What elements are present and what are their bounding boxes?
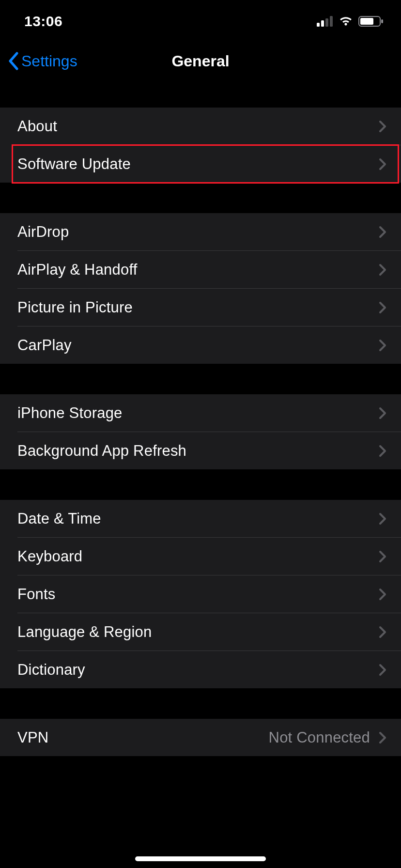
group-gap xyxy=(0,183,401,213)
status-bar: 13:06 xyxy=(0,0,401,43)
status-time: 13:06 xyxy=(24,13,62,30)
page-title: General xyxy=(171,52,229,70)
row-date-time[interactable]: Date & Time xyxy=(0,500,401,537)
settings-list[interactable]: AboutSoftware UpdateAirDropAirPlay & Han… xyxy=(0,79,401,868)
group-gap xyxy=(0,469,401,500)
row-label: Dictionary xyxy=(17,661,379,679)
chevron-right-icon xyxy=(379,301,386,314)
group-gap xyxy=(0,364,401,394)
row-software-update[interactable]: Software Update xyxy=(0,145,401,183)
row-label: iPhone Storage xyxy=(17,404,379,422)
chevron-right-icon xyxy=(379,445,386,457)
cellular-icon xyxy=(317,16,333,27)
chevron-right-icon xyxy=(379,158,386,170)
wifi-icon xyxy=(338,16,354,27)
row-language-region[interactable]: Language & Region xyxy=(0,613,401,651)
back-label: Settings xyxy=(21,52,77,70)
row-label: Keyboard xyxy=(17,548,379,565)
row-airdrop[interactable]: AirDrop xyxy=(0,213,401,250)
row-vpn[interactable]: VPNNot Connected xyxy=(0,719,401,756)
back-button[interactable]: Settings xyxy=(8,52,77,70)
row-keyboard[interactable]: Keyboard xyxy=(0,538,401,575)
nav-bar: Settings General xyxy=(0,43,401,79)
battery-icon xyxy=(358,16,384,27)
chevron-right-icon xyxy=(379,264,386,276)
row-label: Language & Region xyxy=(17,623,379,641)
svg-rect-6 xyxy=(381,19,383,23)
row-label: About xyxy=(17,118,379,135)
row-label: CarPlay xyxy=(17,337,379,354)
row-label: AirDrop xyxy=(17,223,379,241)
chevron-right-icon xyxy=(379,226,386,238)
row-label: Background App Refresh xyxy=(17,442,379,460)
svg-rect-2 xyxy=(325,18,328,27)
row-value: Not Connected xyxy=(269,729,370,746)
chevron-right-icon xyxy=(379,588,386,601)
settings-group: iPhone StorageBackground App Refresh xyxy=(0,394,401,469)
row-carplay[interactable]: CarPlay xyxy=(0,326,401,364)
row-about[interactable]: About xyxy=(0,108,401,145)
chevron-right-icon xyxy=(379,626,386,638)
row-dictionary[interactable]: Dictionary xyxy=(0,651,401,688)
svg-rect-3 xyxy=(330,16,333,27)
settings-group: AirDropAirPlay & HandoffPicture in Pictu… xyxy=(0,213,401,364)
svg-rect-0 xyxy=(317,23,320,27)
status-right xyxy=(317,16,384,27)
row-label: Fonts xyxy=(17,586,379,603)
settings-group: Date & TimeKeyboardFontsLanguage & Regio… xyxy=(0,500,401,688)
settings-group: AboutSoftware Update xyxy=(0,108,401,183)
chevron-right-icon xyxy=(379,731,386,744)
row-label: Picture in Picture xyxy=(17,299,379,316)
chevron-right-icon xyxy=(379,120,386,133)
home-indicator[interactable] xyxy=(135,856,266,861)
row-label: Software Update xyxy=(17,155,379,173)
chevron-right-icon xyxy=(379,512,386,525)
scrollbar[interactable] xyxy=(396,79,399,844)
chevron-right-icon xyxy=(379,664,386,676)
chevron-left-icon xyxy=(8,52,19,70)
row-background-app-refresh[interactable]: Background App Refresh xyxy=(0,432,401,469)
chevron-right-icon xyxy=(379,339,386,352)
row-fonts[interactable]: Fonts xyxy=(0,575,401,613)
svg-rect-1 xyxy=(321,20,324,27)
row-airplay-handoff[interactable]: AirPlay & Handoff xyxy=(0,251,401,288)
chevron-right-icon xyxy=(379,407,386,419)
row-label: Date & Time xyxy=(17,510,379,527)
settings-group: VPNNot Connected xyxy=(0,719,401,756)
row-picture-in-picture[interactable]: Picture in Picture xyxy=(0,289,401,326)
row-iphone-storage[interactable]: iPhone Storage xyxy=(0,394,401,432)
row-label: AirPlay & Handoff xyxy=(17,261,379,279)
chevron-right-icon xyxy=(379,550,386,563)
group-gap xyxy=(0,79,401,108)
row-label: VPN xyxy=(17,729,269,746)
group-gap xyxy=(0,688,401,719)
svg-rect-5 xyxy=(360,18,373,25)
